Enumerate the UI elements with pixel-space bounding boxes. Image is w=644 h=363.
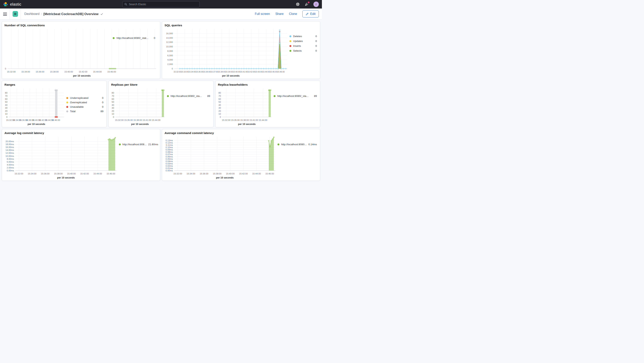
legend-item[interactable]: http://localhost:8080/_stat...0 bbox=[113, 37, 155, 40]
chart-replica-leaseholders[interactable]: 0102030405060708015:32:0015:35:0015:38:0… bbox=[216, 87, 274, 126]
svg-text:30: 30 bbox=[218, 107, 221, 109]
legend-dot bbox=[167, 95, 169, 97]
svg-text:15:34:00: 15:34:00 bbox=[186, 173, 195, 175]
panel-title[interactable]: Ranges bbox=[2, 81, 106, 87]
panel-title[interactable]: Number of SQL connections bbox=[2, 22, 160, 27]
legend-dot bbox=[119, 144, 121, 145]
chart-replicas-per-store[interactable]: 0102030405060708015:32:0015:35:0015:38:0… bbox=[110, 87, 167, 126]
svg-text:20.00ms: 20.00ms bbox=[6, 140, 14, 143]
svg-text:0.07ms: 0.07ms bbox=[166, 153, 173, 156]
svg-text:per 10 seconds: per 10 seconds bbox=[216, 176, 234, 179]
legend-value: 0 bbox=[315, 49, 317, 52]
panel-title[interactable]: Average command commit latency bbox=[162, 129, 320, 135]
breadcrumb-separator: / bbox=[41, 12, 42, 16]
svg-text:15:38:00: 15:38:00 bbox=[50, 71, 59, 73]
legend-value: 0 bbox=[102, 105, 104, 108]
svg-text:0: 0 bbox=[113, 116, 114, 118]
breadcrumb-dashboard[interactable]: Dashboard bbox=[24, 12, 40, 16]
svg-text:20: 20 bbox=[112, 110, 114, 112]
dashboard-title[interactable]: [Metricbeat CockroachDB] Overview bbox=[43, 12, 103, 16]
menu-hamburger-icon[interactable] bbox=[3, 13, 7, 16]
chart-ranges[interactable]: 0102030405060708015:32:0015:34:0015:36:0… bbox=[3, 87, 66, 126]
legend-item[interactable]: Deletes0 bbox=[290, 35, 317, 38]
panel-title[interactable]: SQL queries bbox=[162, 22, 320, 27]
panel-title[interactable]: Replicas per Store bbox=[108, 81, 213, 87]
legend-item[interactable]: Overreplicated0 bbox=[66, 101, 103, 104]
svg-text:15:38:00: 15:38:00 bbox=[54, 173, 62, 175]
breadcrumb-bar: D Dashboard / [Metricbeat CockroachDB] O… bbox=[0, 9, 322, 20]
svg-text:8,000: 8,000 bbox=[167, 50, 173, 52]
legend-label: http://localhost:8080... bbox=[281, 143, 307, 146]
svg-text:0.06ms: 0.06ms bbox=[166, 156, 173, 158]
help-lifering-icon[interactable] bbox=[296, 2, 300, 7]
svg-text:15:34:00: 15:34:00 bbox=[28, 173, 36, 175]
edit-button[interactable]: Edit bbox=[302, 11, 319, 18]
svg-text:15:35:00: 15:35:00 bbox=[196, 71, 203, 73]
panel-title[interactable]: Average log commit latency bbox=[2, 129, 160, 135]
legend-item[interactable]: Underreplicated0 bbox=[66, 97, 103, 99]
legend-item[interactable]: Unavailable0 bbox=[66, 105, 103, 108]
svg-text:15:46:00: 15:46:00 bbox=[52, 119, 60, 121]
legend-item[interactable]: http://localhost:8080/_sta...89 bbox=[274, 95, 317, 98]
svg-text:80: 80 bbox=[218, 92, 221, 94]
svg-text:15:32:00: 15:32:00 bbox=[7, 71, 16, 73]
elastic-logo[interactable]: elastic bbox=[3, 2, 21, 7]
legend-value: 89 bbox=[100, 110, 103, 113]
svg-text:70: 70 bbox=[218, 95, 221, 97]
user-avatar[interactable]: r bbox=[314, 2, 319, 7]
legend-item[interactable]: http://localhost:8080...0.14ms bbox=[278, 143, 317, 146]
chart-avg-log-commit-latency[interactable]: 0.00ms2.00ms4.00ms6.00ms8.00ms10.00ms12.… bbox=[3, 135, 119, 180]
svg-text:15:45:00: 15:45:00 bbox=[270, 71, 277, 73]
svg-text:12,000: 12,000 bbox=[166, 41, 173, 43]
svg-text:0.03ms: 0.03ms bbox=[166, 162, 173, 165]
svg-text:80: 80 bbox=[112, 92, 114, 94]
svg-text:15:36:00: 15:36:00 bbox=[203, 71, 210, 73]
svg-text:20: 20 bbox=[218, 110, 221, 112]
search-input[interactable] bbox=[129, 3, 198, 6]
svg-text:10.00ms: 10.00ms bbox=[6, 155, 14, 157]
check-icon bbox=[100, 13, 103, 16]
svg-text:70: 70 bbox=[112, 95, 114, 97]
full-screen-button[interactable]: Full screen bbox=[255, 12, 270, 16]
legend-dot bbox=[274, 95, 276, 97]
svg-text:0: 0 bbox=[172, 68, 173, 70]
legend-value: 0 bbox=[315, 40, 317, 43]
dashboard-title-text: [Metricbeat CockroachDB] Overview bbox=[43, 12, 98, 16]
logo-text: elastic bbox=[10, 2, 21, 7]
edit-button-label: Edit bbox=[310, 12, 316, 16]
legend-value: 21.60ms bbox=[148, 143, 158, 146]
elastic-logo-icon bbox=[3, 2, 8, 7]
chart-legend: Underreplicated0Overreplicated0Unavailab… bbox=[66, 87, 105, 126]
svg-text:12.00ms: 12.00ms bbox=[6, 152, 14, 154]
share-button[interactable]: Share bbox=[275, 12, 284, 16]
chart-avg-command-commit-latency[interactable]: 0.00ms0.01ms0.02ms0.03ms0.04ms0.05ms0.06… bbox=[163, 135, 278, 180]
legend-label: Underreplicated bbox=[70, 97, 88, 99]
chart-legend: http://localhost:8080...0.14ms bbox=[278, 135, 318, 180]
svg-text:0: 0 bbox=[6, 116, 7, 118]
legend-value: 0 bbox=[315, 35, 317, 38]
svg-text:0.00ms: 0.00ms bbox=[166, 169, 173, 172]
legend-dot bbox=[290, 35, 291, 37]
svg-text:40: 40 bbox=[218, 104, 221, 106]
panel-title[interactable]: Replica leaseholders bbox=[216, 81, 320, 87]
chart-sql-queries[interactable]: 02,0004,0006,0008,00010,00012,00014,0001… bbox=[163, 27, 290, 78]
clone-button[interactable]: Clone bbox=[289, 12, 297, 16]
newsfeed-party-popper-icon[interactable] bbox=[304, 2, 309, 7]
legend-item[interactable]: Inserts0 bbox=[290, 45, 317, 47]
legend-item[interactable]: Total89 bbox=[66, 110, 103, 113]
svg-text:20: 20 bbox=[5, 110, 8, 112]
legend-item[interactable]: Updates0 bbox=[290, 40, 317, 43]
svg-text:0.05ms: 0.05ms bbox=[166, 158, 173, 160]
global-search[interactable] bbox=[122, 1, 200, 7]
svg-text:60: 60 bbox=[112, 98, 114, 100]
legend-label: Updates bbox=[293, 40, 303, 43]
svg-text:0.11ms: 0.11ms bbox=[166, 144, 173, 146]
svg-text:50: 50 bbox=[112, 101, 114, 103]
legend-item[interactable]: Selects0 bbox=[290, 49, 317, 52]
legend-value: 0 bbox=[102, 101, 104, 104]
chart-legend: http://localhost:8080/_stat...0 bbox=[113, 29, 157, 41]
legend-label: Overreplicated bbox=[70, 101, 87, 104]
space-badge[interactable]: D bbox=[12, 11, 18, 17]
legend-item[interactable]: http://localhost:808...21.60ms bbox=[119, 143, 157, 146]
legend-item[interactable]: http://localhost:8080/_sta...89 bbox=[167, 95, 210, 98]
